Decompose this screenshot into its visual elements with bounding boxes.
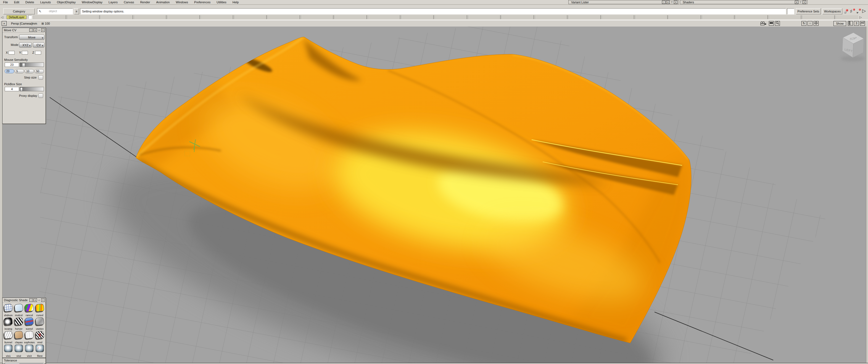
shader-label: vred xyxy=(34,341,45,344)
mouse-sensitivity-slider[interactable] xyxy=(20,62,44,67)
shader-vis3-icon[interactable] xyxy=(25,345,33,352)
shader-label: filest xyxy=(34,354,45,357)
z-input[interactable] xyxy=(35,51,41,55)
layer-tab-defaultlayer[interactable]: DefaultLayer xyxy=(7,15,27,19)
shader-clayao-icon[interactable] xyxy=(14,331,24,339)
maximize-window-icon[interactable] xyxy=(860,21,865,26)
menu-list-icon[interactable]: ≡ xyxy=(33,28,37,32)
menu-file[interactable]: File xyxy=(0,0,11,4)
paint-sphere-tool-icon[interactable] xyxy=(843,9,849,15)
preset-10-button[interactable]: 10 xyxy=(25,69,34,73)
pickbox-size-value-field[interactable]: 4 xyxy=(5,87,19,91)
close-icon[interactable]: × xyxy=(803,1,806,4)
pan-view-icon[interactable] xyxy=(814,21,818,26)
perspective-viewport[interactable]: TOP LEFT xyxy=(2,27,866,363)
menu-render[interactable]: Render xyxy=(137,0,153,4)
resize-icon[interactable]: ↕ xyxy=(29,28,33,32)
shader-surevl-icon[interactable] xyxy=(25,317,34,326)
object-search-field[interactable]: ↖ object xyxy=(37,8,73,15)
menu-animation[interactable]: Animation xyxy=(153,0,173,4)
units-toggle[interactable]: ↔ mm xyxy=(28,21,37,27)
resize-icon[interactable]: ↕ xyxy=(29,299,33,302)
menu-objectdisplay[interactable]: ObjectDisplay xyxy=(54,0,79,4)
shader-shdnon-icon[interactable] xyxy=(4,304,13,312)
menu-windowdisplay[interactable]: WindowDisplay xyxy=(79,0,105,4)
look-at-icon[interactable]: ○ xyxy=(808,21,812,26)
preset-5-button[interactable]: 5 xyxy=(14,69,24,73)
shaders-panel-header[interactable]: Shaders ≡ ▽ × xyxy=(680,0,808,4)
step-size-checkbox[interactable] xyxy=(38,75,43,80)
grid-size-control[interactable]: ⊞ 100 xyxy=(41,21,50,27)
tumble-view-icon[interactable]: ↻ xyxy=(801,21,806,26)
shelf-expand-icon[interactable]: ▷ xyxy=(862,8,867,15)
viewport-close-icon[interactable]: × xyxy=(2,21,7,26)
menu-list-icon[interactable]: ≡ xyxy=(666,1,670,4)
zoom-magnifier-icon[interactable] xyxy=(775,21,780,26)
shader-vis2-icon[interactable] xyxy=(14,345,23,352)
ruler-icon[interactable] xyxy=(848,21,853,26)
collapse-icon[interactable]: △ xyxy=(37,299,40,302)
menu-list-icon[interactable]: ≡ xyxy=(33,299,37,302)
y-input[interactable] xyxy=(22,51,28,55)
shader-vred-icon[interactable]: X xyxy=(35,331,44,339)
camera-view-icon[interactable] xyxy=(760,21,767,27)
shader-filest-icon[interactable]: → xyxy=(36,345,44,352)
mouse-sensitivity-value-field[interactable]: 23 xyxy=(5,62,19,67)
collapse-icon[interactable]: ▽ xyxy=(799,1,802,4)
shader-curevl-icon[interactable] xyxy=(35,304,44,312)
menu-preferences[interactable]: Preferences xyxy=(191,0,214,4)
preference-sets-button[interactable]: Preference Sets xyxy=(796,8,821,15)
menu-layers[interactable]: Layers xyxy=(105,0,121,4)
tolerance-panel-header[interactable]: Tolerance xyxy=(2,358,45,363)
shader-isoang-icon[interactable] xyxy=(4,317,13,326)
shader-rancol-icon[interactable] xyxy=(25,304,34,312)
tolerance-panel: Tolerance xyxy=(2,358,46,364)
menu-delete[interactable]: Delete xyxy=(22,0,37,4)
menu-canvas[interactable]: Canvas xyxy=(121,0,137,4)
menu-list-icon[interactable]: ≡ xyxy=(795,1,798,4)
resize-icon[interactable]: ↕ xyxy=(662,1,665,4)
x-input[interactable] xyxy=(8,51,14,55)
empty-layer-slots[interactable] xyxy=(34,15,858,19)
mini-prompt-field[interactable] xyxy=(787,8,794,15)
prompt-history-icon[interactable]: ≡ xyxy=(74,8,79,15)
shader-usetex-icon[interactable] xyxy=(35,317,44,326)
close-icon[interactable]: × xyxy=(674,1,677,4)
close-icon[interactable]: × xyxy=(41,28,45,32)
preset-23-button[interactable]: 23 xyxy=(5,69,14,73)
transform-dropdown[interactable]: Move▼ xyxy=(19,34,44,40)
menu-layouts[interactable]: Layouts xyxy=(37,0,54,4)
shader-sophotes-icon[interactable] xyxy=(25,331,34,339)
camcorder-icon[interactable] xyxy=(769,21,774,26)
menu-windows[interactable]: Windows xyxy=(173,0,191,4)
shader-ltunnel-icon[interactable] xyxy=(4,331,13,339)
mode-xyz-dropdown[interactable]: XYZ▼ xyxy=(19,42,32,48)
shader-horver-icon[interactable] xyxy=(14,317,24,326)
category-button[interactable]: Category xyxy=(3,8,35,15)
diagnostic-shade-panel-header[interactable]: Diagnostic Shade ↕ ≡ △ × xyxy=(2,298,45,303)
layer-scroll-right-icon[interactable]: ▷ xyxy=(860,16,862,19)
workspaces-button[interactable]: Workspaces xyxy=(823,8,842,15)
tolerance-value-field[interactable] xyxy=(5,363,44,364)
detail-level-button[interactable]: 3 xyxy=(854,21,859,26)
collapse-icon[interactable]: ▽ xyxy=(670,1,673,4)
diagnostic-shade-title: Diagnostic Shade xyxy=(2,299,29,302)
move-cv-panel-header[interactable]: Move CV ↕ ≡ △ × xyxy=(2,28,45,33)
shader-vis1-icon[interactable] xyxy=(4,345,12,352)
pickbox-size-slider[interactable] xyxy=(20,87,44,91)
proxy-display-checkbox[interactable] xyxy=(38,93,43,98)
collapse-icon[interactable]: △ xyxy=(37,28,40,32)
shader-mulcol-icon[interactable] xyxy=(14,304,24,312)
mode-cv-dropdown[interactable]: CV▼ xyxy=(33,42,44,48)
layer-symmetry-checkbox[interactable] xyxy=(28,15,32,19)
grid-snap-tool-icon[interactable]: ♯ xyxy=(850,8,856,14)
menu-help[interactable]: Help xyxy=(229,0,242,4)
variant-lister-panel-header[interactable]: Variant Lister ↕ ≡ ▽ × xyxy=(568,0,679,4)
preset-50-button[interactable]: 50 xyxy=(34,69,44,73)
close-icon[interactable]: × xyxy=(41,299,45,302)
show-menu-button[interactable]: Show xyxy=(834,21,846,26)
menu-edit[interactable]: Edit xyxy=(11,0,22,4)
menu-utilities[interactable]: Utilities xyxy=(214,0,229,4)
transform-tool-icon[interactable]: ▸ xyxy=(856,8,862,14)
layer-scroll-left-icon[interactable]: ◁ xyxy=(1,16,3,19)
